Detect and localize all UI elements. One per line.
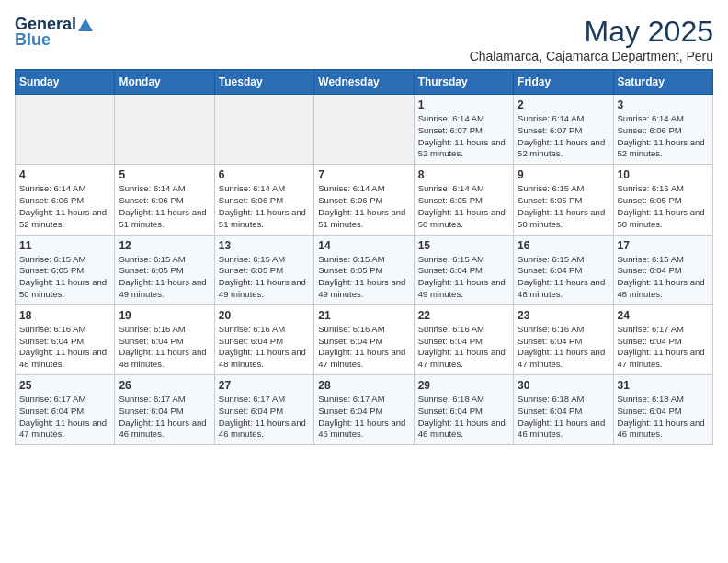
svg-marker-0 (78, 18, 93, 31)
calendar-header-row: SundayMondayTuesdayWednesdayThursdayFrid… (16, 70, 713, 95)
day-number: 28 (318, 379, 409, 392)
day-number: 30 (518, 379, 609, 392)
location-subtitle: Chalamarca, Cajamarca Department, Peru (470, 49, 713, 63)
calendar-cell: 19Sunrise: 6:16 AM Sunset: 6:04 PM Dayli… (115, 304, 214, 374)
weekday-header-monday: Monday (115, 70, 214, 95)
calendar-cell: 1Sunrise: 6:14 AM Sunset: 6:07 PM Daylig… (414, 95, 513, 165)
day-info: Sunrise: 6:15 AM Sunset: 6:05 PM Dayligh… (119, 254, 210, 301)
day-number: 31 (618, 379, 709, 392)
calendar-cell: 28Sunrise: 6:17 AM Sunset: 6:04 PM Dayli… (314, 375, 414, 445)
month-year-title: May 2025 (470, 15, 713, 49)
day-info: Sunrise: 6:16 AM Sunset: 6:04 PM Dayligh… (19, 324, 110, 371)
day-info: Sunrise: 6:15 AM Sunset: 6:04 PM Dayligh… (618, 254, 709, 301)
day-number: 26 (119, 379, 210, 392)
weekday-header-sunday: Sunday (16, 70, 115, 95)
calendar-week-row: 18Sunrise: 6:16 AM Sunset: 6:04 PM Dayli… (16, 304, 713, 374)
day-info: Sunrise: 6:17 AM Sunset: 6:04 PM Dayligh… (618, 324, 709, 371)
calendar-cell: 6Sunrise: 6:14 AM Sunset: 6:06 PM Daylig… (214, 165, 313, 235)
day-number: 24 (618, 309, 709, 322)
day-info: Sunrise: 6:15 AM Sunset: 6:04 PM Dayligh… (518, 254, 609, 301)
day-number: 6 (219, 168, 310, 181)
day-number: 25 (19, 379, 110, 392)
day-number: 22 (418, 309, 509, 322)
calendar-cell: 5Sunrise: 6:14 AM Sunset: 6:06 PM Daylig… (115, 165, 214, 235)
calendar-cell: 14Sunrise: 6:15 AM Sunset: 6:05 PM Dayli… (314, 235, 414, 304)
logo: General Blue (15, 15, 94, 50)
day-info: Sunrise: 6:17 AM Sunset: 6:04 PM Dayligh… (19, 394, 110, 441)
calendar-cell: 24Sunrise: 6:17 AM Sunset: 6:04 PM Dayli… (613, 304, 712, 374)
logo-line2: Blue (15, 30, 51, 50)
weekday-header-saturday: Saturday (613, 70, 712, 95)
calendar-cell (214, 95, 313, 165)
day-info: Sunrise: 6:15 AM Sunset: 6:05 PM Dayligh… (219, 254, 310, 301)
weekday-header-tuesday: Tuesday (214, 70, 313, 95)
day-number: 21 (318, 309, 409, 322)
day-info: Sunrise: 6:15 AM Sunset: 6:05 PM Dayligh… (19, 254, 110, 301)
calendar-cell (16, 95, 115, 165)
calendar-cell: 11Sunrise: 6:15 AM Sunset: 6:05 PM Dayli… (16, 235, 115, 304)
day-info: Sunrise: 6:15 AM Sunset: 6:05 PM Dayligh… (318, 254, 409, 301)
day-number: 29 (418, 379, 509, 392)
calendar-cell: 20Sunrise: 6:16 AM Sunset: 6:04 PM Dayli… (214, 304, 313, 374)
calendar-cell: 15Sunrise: 6:15 AM Sunset: 6:04 PM Dayli… (414, 235, 513, 304)
day-info: Sunrise: 6:18 AM Sunset: 6:04 PM Dayligh… (418, 394, 509, 441)
day-number: 27 (219, 379, 310, 392)
calendar-week-row: 25Sunrise: 6:17 AM Sunset: 6:04 PM Dayli… (16, 375, 713, 445)
day-number: 13 (219, 239, 310, 252)
calendar-cell: 3Sunrise: 6:14 AM Sunset: 6:06 PM Daylig… (613, 95, 712, 165)
calendar-cell: 25Sunrise: 6:17 AM Sunset: 6:04 PM Dayli… (16, 375, 115, 445)
day-number: 11 (19, 239, 110, 252)
calendar-cell (115, 95, 214, 165)
logo-icon (77, 17, 94, 33)
day-number: 20 (219, 309, 310, 322)
day-number: 14 (318, 239, 409, 252)
calendar-cell: 10Sunrise: 6:15 AM Sunset: 6:05 PM Dayli… (613, 165, 712, 235)
calendar-week-row: 4Sunrise: 6:14 AM Sunset: 6:06 PM Daylig… (16, 165, 713, 235)
weekday-header-friday: Friday (514, 70, 613, 95)
day-info: Sunrise: 6:16 AM Sunset: 6:04 PM Dayligh… (318, 324, 409, 371)
day-info: Sunrise: 6:14 AM Sunset: 6:05 PM Dayligh… (418, 183, 509, 230)
day-info: Sunrise: 6:17 AM Sunset: 6:04 PM Dayligh… (119, 394, 210, 441)
weekday-header-wednesday: Wednesday (314, 70, 414, 95)
day-info: Sunrise: 6:14 AM Sunset: 6:06 PM Dayligh… (219, 183, 310, 230)
day-info: Sunrise: 6:15 AM Sunset: 6:05 PM Dayligh… (618, 183, 709, 230)
weekday-header-thursday: Thursday (414, 70, 513, 95)
day-info: Sunrise: 6:14 AM Sunset: 6:06 PM Dayligh… (618, 113, 709, 160)
calendar-week-row: 11Sunrise: 6:15 AM Sunset: 6:05 PM Dayli… (16, 235, 713, 304)
calendar-cell: 30Sunrise: 6:18 AM Sunset: 6:04 PM Dayli… (514, 375, 613, 445)
day-info: Sunrise: 6:14 AM Sunset: 6:07 PM Dayligh… (518, 113, 609, 160)
day-info: Sunrise: 6:15 AM Sunset: 6:05 PM Dayligh… (518, 183, 609, 230)
calendar-cell: 27Sunrise: 6:17 AM Sunset: 6:04 PM Dayli… (214, 375, 313, 445)
day-number: 15 (418, 239, 509, 252)
day-number: 23 (518, 309, 609, 322)
calendar-cell: 18Sunrise: 6:16 AM Sunset: 6:04 PM Dayli… (16, 304, 115, 374)
day-number: 9 (518, 168, 609, 181)
day-number: 19 (119, 309, 210, 322)
day-number: 2 (518, 98, 609, 111)
calendar-cell: 26Sunrise: 6:17 AM Sunset: 6:04 PM Dayli… (115, 375, 214, 445)
day-number: 1 (418, 98, 509, 111)
day-number: 3 (618, 98, 709, 111)
day-number: 7 (318, 168, 409, 181)
day-info: Sunrise: 6:18 AM Sunset: 6:04 PM Dayligh… (618, 394, 709, 441)
day-info: Sunrise: 6:15 AM Sunset: 6:04 PM Dayligh… (418, 254, 509, 301)
title-block: May 2025 Chalamarca, Cajamarca Departmen… (470, 15, 713, 63)
calendar-cell: 22Sunrise: 6:16 AM Sunset: 6:04 PM Dayli… (414, 304, 513, 374)
day-number: 5 (119, 168, 210, 181)
day-info: Sunrise: 6:16 AM Sunset: 6:04 PM Dayligh… (219, 324, 310, 371)
day-info: Sunrise: 6:14 AM Sunset: 6:06 PM Dayligh… (318, 183, 409, 230)
calendar-cell: 4Sunrise: 6:14 AM Sunset: 6:06 PM Daylig… (16, 165, 115, 235)
calendar-table: SundayMondayTuesdayWednesdayThursdayFrid… (15, 69, 713, 445)
page-header: General Blue May 2025 Chalamarca, Cajama… (15, 15, 713, 63)
day-info: Sunrise: 6:14 AM Sunset: 6:06 PM Dayligh… (119, 183, 210, 230)
day-number: 16 (518, 239, 609, 252)
day-info: Sunrise: 6:14 AM Sunset: 6:06 PM Dayligh… (19, 183, 110, 230)
day-number: 4 (19, 168, 110, 181)
day-info: Sunrise: 6:17 AM Sunset: 6:04 PM Dayligh… (318, 394, 409, 441)
calendar-cell: 13Sunrise: 6:15 AM Sunset: 6:05 PM Dayli… (214, 235, 313, 304)
calendar-cell: 21Sunrise: 6:16 AM Sunset: 6:04 PM Dayli… (314, 304, 414, 374)
calendar-cell: 23Sunrise: 6:16 AM Sunset: 6:04 PM Dayli… (514, 304, 613, 374)
calendar-cell: 7Sunrise: 6:14 AM Sunset: 6:06 PM Daylig… (314, 165, 414, 235)
calendar-cell: 31Sunrise: 6:18 AM Sunset: 6:04 PM Dayli… (613, 375, 712, 445)
calendar-cell (314, 95, 414, 165)
